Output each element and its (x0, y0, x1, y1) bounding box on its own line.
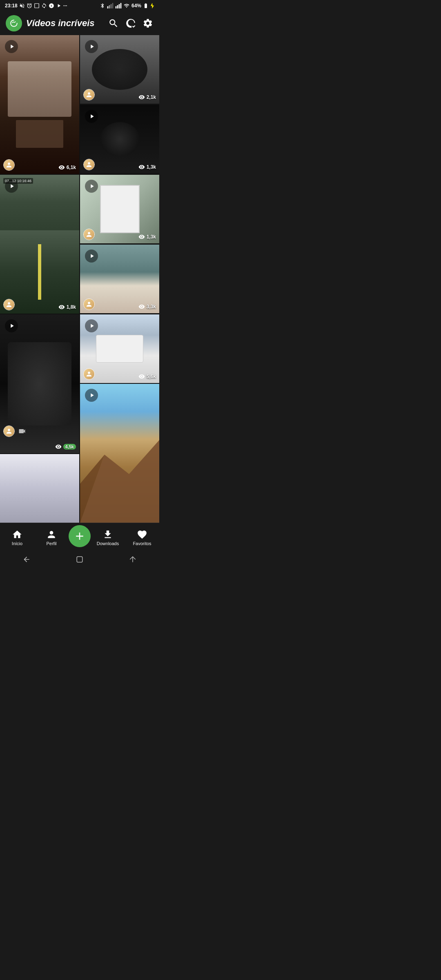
camera-icon (18, 427, 26, 437)
video-item-1[interactable]: 6,1k (0, 35, 79, 174)
video-meta-3: 1,3k (138, 164, 156, 170)
video-item-4[interactable]: 07...12 10:16:46 1,8k (0, 175, 79, 314)
signal2-icon (115, 3, 122, 9)
play-icon-4 (9, 183, 15, 189)
play-icon-6 (89, 253, 95, 259)
play-button-8[interactable] (85, 319, 98, 332)
views-icon-7 (55, 443, 62, 450)
play-icon-1 (9, 43, 15, 50)
video-item-5[interactable]: 1,3k (80, 175, 159, 243)
more-dots: ··· (63, 3, 67, 9)
avatar-4 (3, 299, 15, 310)
video-item-8[interactable]: 5,6k (80, 314, 159, 383)
video-meta-1: 6,1k (58, 164, 76, 171)
play-button-5[interactable] (85, 180, 98, 193)
video-item-2[interactable]: 2,1k (80, 35, 159, 104)
video-meta-4: 1,8k (58, 304, 76, 310)
nav-inicio[interactable]: Início (0, 529, 34, 546)
sys-recent-icon[interactable] (127, 554, 138, 565)
play-icon-9 (89, 392, 95, 399)
status-right: 64% (100, 3, 154, 9)
play-button-7[interactable] (5, 319, 18, 332)
nfc-icon (34, 3, 40, 9)
tesla-icon (49, 3, 54, 9)
video-item-7[interactable]: 4,5k (0, 314, 79, 453)
play-button-1[interactable] (5, 40, 18, 53)
time-display: 23:18 (5, 3, 18, 9)
logo-icon (9, 18, 19, 29)
svg-rect-2 (111, 4, 112, 9)
view-count-7: 4,5k (63, 444, 76, 450)
system-nav-bar (0, 552, 159, 567)
video-item-6[interactable]: 3,3k (80, 245, 159, 313)
video-meta-5: 1,3k (138, 234, 156, 240)
play-icon-7 (9, 323, 15, 329)
video-item-10[interactable] (0, 454, 79, 523)
view-count-6: 3,3k (147, 304, 156, 310)
filter-button[interactable] (125, 18, 136, 29)
view-count-3: 1,3k (147, 164, 156, 170)
battery-icon (143, 3, 149, 9)
avatar-7 (3, 425, 15, 437)
view-count-4: 1,8k (67, 304, 76, 310)
avatar-5 (83, 229, 95, 240)
video-meta-8: 5,6k (138, 373, 156, 380)
avatar-1 (3, 159, 15, 171)
video-meta-2: 2,1k (138, 94, 156, 100)
sync-icon (41, 3, 47, 9)
header-actions (108, 18, 154, 29)
svg-rect-1 (109, 5, 110, 9)
views-icon-3 (138, 164, 145, 170)
bluetooth-icon (100, 3, 105, 9)
downloads-icon (102, 529, 113, 540)
filter-icon (125, 18, 136, 29)
search-button[interactable] (108, 18, 119, 29)
video-item-9[interactable] (80, 384, 159, 523)
avatar-8 (83, 368, 95, 380)
nav-favoritos-label: Favoritos (133, 541, 151, 546)
favorites-icon (137, 529, 147, 540)
mute-icon (19, 3, 25, 9)
views-icon-8 (138, 373, 145, 380)
settings-button[interactable] (142, 18, 154, 29)
wifi-icon (123, 3, 130, 9)
play-button-6[interactable] (85, 249, 98, 263)
views-icon-6 (138, 303, 145, 310)
view-count-2: 2,1k (147, 94, 156, 100)
status-left: 23:18 ··· (5, 3, 67, 9)
svg-rect-11 (77, 557, 82, 562)
play-button-9[interactable] (85, 389, 98, 402)
signal-icon (107, 3, 114, 9)
avatar-6 (83, 298, 95, 310)
svg-rect-3 (112, 3, 114, 8)
views-icon-4 (58, 304, 65, 310)
play-icon-2 (89, 43, 95, 50)
view-count-8: 5,6k (147, 374, 156, 379)
nav-perfil[interactable]: Perfil (34, 529, 69, 546)
battery-level: 64% (131, 3, 141, 9)
svg-rect-0 (107, 6, 109, 8)
search-icon (108, 18, 119, 29)
nav-downloads-label: Downloads (97, 541, 119, 546)
sys-home-icon[interactable] (74, 554, 85, 565)
charging-icon (150, 3, 154, 9)
nav-downloads[interactable]: Downloads (91, 529, 125, 546)
status-bar: 23:18 ··· 64% (0, 0, 159, 11)
app-title: Vídeos incríveis (26, 18, 108, 29)
svg-rect-4 (116, 6, 117, 8)
video-meta-6: 3,3k (138, 303, 156, 310)
svg-rect-5 (117, 5, 118, 9)
view-count-1: 6,1k (67, 165, 76, 170)
video-item-3[interactable]: 1,3k (80, 105, 159, 174)
nav-add-button[interactable] (69, 525, 91, 547)
sys-back-icon[interactable] (21, 554, 32, 565)
play-button-2[interactable] (85, 40, 98, 53)
profile-icon (46, 529, 57, 540)
play-icon-8 (89, 323, 95, 329)
play-icon-status (56, 3, 62, 9)
nav-favoritos[interactable]: Favoritos (125, 529, 159, 546)
home-icon (12, 529, 22, 540)
avatar-2 (83, 89, 95, 100)
nav-perfil-label: Perfil (46, 541, 56, 546)
play-button-3[interactable] (85, 110, 98, 123)
